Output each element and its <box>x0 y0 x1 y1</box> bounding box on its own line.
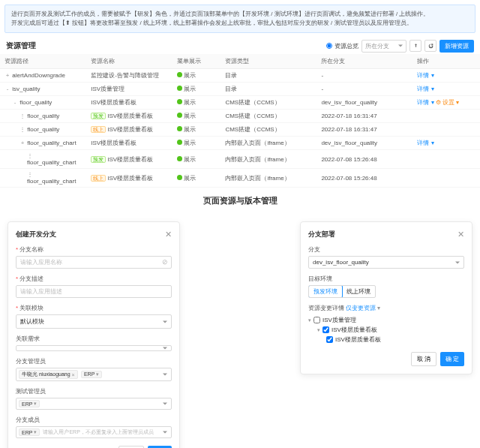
user-tag: ERP▾ <box>81 371 102 378</box>
cancel-button[interactable]: 取 消 <box>411 352 436 366</box>
expand-icon[interactable]: + <box>20 140 26 146</box>
create-branch-modal: 创建开发分支 ✕ 分支名称 ⊘ 分支描述 关联模块 默认模块 关联需求 分支管理… <box>8 221 180 448</box>
table-row: + alertAndDowngrade监控建设-告警与降级管理展示目录-详情 ▾ <box>0 69 480 83</box>
branch-desc-input[interactable] <box>16 285 172 298</box>
drag-icon[interactable]: ⋮ <box>27 152 33 159</box>
drag-icon[interactable]: ⋮ <box>20 113 26 119</box>
add-resource-button[interactable]: 新增资源 <box>440 40 474 53</box>
env-tab-pre[interactable]: 预发环境 <box>308 285 343 298</box>
deploy-icon[interactable] <box>410 40 422 52</box>
table-row: - floor_qualityISV楼层质量看板展示CMS搭建（CCMS）dev… <box>0 96 480 110</box>
detail-link[interactable]: 详情 ▾ <box>417 72 434 79</box>
status-badge <box>177 175 182 180</box>
detail-link[interactable]: 详情 ▾ <box>417 99 434 106</box>
table-row: ⋮ floor_quality_chart预发ISV楼层质量看板展示内部嵌入页面… <box>0 150 480 169</box>
status-badge <box>177 126 182 131</box>
env-tab-prod[interactable]: 线上环境 <box>342 286 375 297</box>
status-badge <box>177 140 182 145</box>
change-detail-link[interactable]: 仅变更资源 <box>346 305 376 311</box>
tester-select[interactable]: ERP▾ <box>16 398 172 410</box>
chevron-down-icon: ▾ <box>96 371 99 377</box>
close-icon[interactable]: ✕ <box>458 230 464 239</box>
refresh-icon[interactable] <box>424 40 436 52</box>
info-banner: 进行页面开发及测试工作的成员，需要被赋予【研发】角色，并通过页面顶部菜单中的【开… <box>4 5 476 33</box>
drag-icon[interactable]: ⋮ <box>20 126 26 133</box>
modal-title: 分支部署 <box>308 230 335 239</box>
env-tabs: 预发环境 线上环境 <box>308 285 376 298</box>
table-row: ⋮ floor_quality预发ISV楼层质量看板展示CMS搭建（CCMS）2… <box>0 110 480 123</box>
deploy-modal: 分支部署 ✕ 分支 dev_isv_floor_quality 目标环境 预发环… <box>300 221 472 374</box>
table-row: ⋮ floor_quality_chart线上ISV楼层质量看板展示内部嵌入页面… <box>0 169 480 188</box>
member-select[interactable]: ERP▾ 请输入用户ERP，不必重复录入上面管理员成员 <box>16 426 172 438</box>
tree-checkbox[interactable] <box>322 326 329 333</box>
clear-icon[interactable]: ⊘ <box>162 258 168 266</box>
status-badge <box>177 113 182 118</box>
close-icon[interactable]: ✕ <box>165 230 172 239</box>
branch-select[interactable]: 所在分支 <box>362 40 406 53</box>
table-row: - isv_qualityISV质量管理展示目录-详情 ▾ <box>0 83 480 96</box>
expand-icon[interactable]: + <box>4 72 10 79</box>
detail-link[interactable]: 详情 ▾ <box>417 140 434 146</box>
detail-link[interactable]: 详情 ▾ <box>417 86 434 92</box>
status-badge <box>177 156 182 161</box>
tree-checkbox[interactable] <box>326 336 333 343</box>
notice-line: 开发完成后可通过【⬆ 按钮】将更改部署至预发 / 线上环境，线上部署操作会发起上… <box>11 19 469 28</box>
modal-title: 创建开发分支 <box>16 230 56 239</box>
status-badge <box>177 86 182 91</box>
requirement-select[interactable] <box>16 345 172 351</box>
notice-line: 进行页面开发及测试工作的成员，需要被赋予【研发】角色，并通过页面顶部菜单中的【开… <box>11 10 469 19</box>
caret-icon[interactable]: ▾ <box>308 317 311 323</box>
drag-icon[interactable]: ⋮ <box>27 171 33 178</box>
tree-checkbox[interactable] <box>314 317 320 323</box>
expand-icon[interactable]: - <box>12 99 18 106</box>
user-tag: 牛晓光 niuxiaoguang× <box>19 370 78 379</box>
section-title: 资源管理 <box>0 38 42 54</box>
expand-icon[interactable]: - <box>4 86 10 92</box>
view-radio[interactable]: 资源总览 <box>326 42 358 50</box>
table-row: ⋮ floor_quality线上ISV楼层质量看板展示CMS搭建（CCMS）2… <box>0 123 480 137</box>
module-select[interactable]: 默认模块 <box>16 314 172 329</box>
section-heading: 页面资源与版本管理 <box>0 195 480 206</box>
deploy-branch-select[interactable]: dev_isv_floor_quality <box>308 256 464 269</box>
resource-tree: ▾ISV质量管理 ▾ISV楼层质量看板 ISV楼层质量看板 <box>308 315 464 344</box>
resource-table: 资源路径 资源名称 菜单展示 资源类型 所在分支 操作 + alertAndDo… <box>0 54 480 188</box>
status-badge <box>177 72 182 77</box>
ok-button[interactable]: 确 定 <box>440 352 464 366</box>
status-badge <box>177 99 182 104</box>
dev-manager-select[interactable]: 牛晓光 niuxiaoguang× ERP▾ <box>16 368 172 381</box>
setting-link[interactable]: ⚙ 设置 ▾ <box>436 99 459 106</box>
caret-icon[interactable]: ▾ <box>317 327 320 333</box>
branch-name-input[interactable] <box>16 256 172 269</box>
table-row: + floor_quality_chartISV楼层质量看板展示内部嵌入页面（i… <box>0 137 480 150</box>
